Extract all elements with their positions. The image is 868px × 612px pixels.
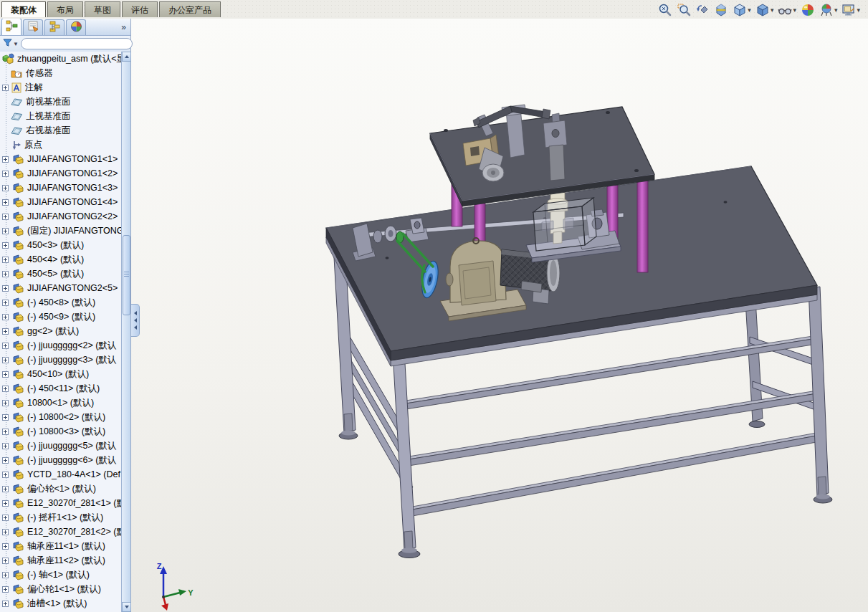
hide-show-items-button[interactable]: ▾ [777, 2, 797, 18]
dropdown-arrow-icon[interactable]: ▾ [834, 6, 838, 14]
command-tab-2[interactable]: 草图 [85, 1, 120, 17]
display-style-button[interactable]: ▾ [755, 2, 775, 18]
expand-icon[interactable] [2, 414, 9, 421]
tree-item-25[interactable]: (-) 10800<3> (默认) [0, 424, 122, 439]
tree-item-12[interactable]: 450<3> (默认) [0, 238, 122, 252]
expand-icon[interactable] [2, 500, 9, 507]
expand-icon[interactable] [2, 185, 9, 191]
tree-item-5[interactable]: 原点 [0, 138, 122, 152]
tree-item-9[interactable]: JIJIAFANGTONG1<4> [0, 195, 122, 209]
tree-item-17[interactable]: (-) 450<9> (默认) [0, 310, 122, 324]
expand-icon[interactable] [2, 601, 9, 607]
tree-item-33[interactable]: 轴承座11<1> (默认) [0, 539, 122, 553]
zoom-to-area-button[interactable] [676, 2, 692, 18]
expand-icon[interactable] [2, 486, 9, 492]
scrollbar-up-icon[interactable] [122, 52, 131, 62]
command-tab-1[interactable]: 布局 [47, 1, 83, 17]
tree-item-32[interactable]: E12_30270f_281<2> (默 [0, 525, 122, 539]
tree-item-24[interactable]: (-) 10800<2> (默认) [0, 410, 122, 424]
expand-icon[interactable] [2, 328, 9, 335]
expand-icon[interactable] [2, 529, 9, 535]
expand-icon[interactable] [2, 314, 9, 320]
tree-item-0[interactable]: 传感器 [0, 66, 122, 80]
panel-collapse-tab[interactable] [131, 304, 140, 337]
configurationmanager-tab[interactable] [44, 19, 65, 35]
tree-scrollbar[interactable] [121, 52, 130, 612]
expand-icon[interactable] [2, 300, 9, 306]
tree-item-20[interactable]: (-) jjuuggggg<3> (默认 [0, 353, 122, 367]
tree-item-1[interactable]: 注解 [0, 80, 122, 95]
expand-icon[interactable] [2, 257, 9, 263]
tree-item-7[interactable]: JIJIAFANGTONG1<2> [0, 166, 122, 181]
scrollbar-thumb[interactable] [123, 235, 130, 315]
expand-icon[interactable] [2, 400, 9, 406]
tree-item-30[interactable]: E12_30270f_281<1> (默 [0, 496, 122, 510]
filter-funnel-icon[interactable] [3, 37, 12, 50]
command-tab-4[interactable]: 办公室产品 [159, 1, 221, 17]
tree-item-18[interactable]: gg<2> (默认) [0, 324, 122, 338]
section-view-button[interactable] [713, 2, 729, 18]
tree-item-13[interactable]: 450<4> (默认) [0, 252, 122, 267]
tree-item-22[interactable]: (-) 450<11> (默认) [0, 381, 122, 396]
tree-item-31[interactable]: (-) 摇杆1<1> (默认) [0, 510, 122, 525]
tree-item-16[interactable]: (-) 450<8> (默认) [0, 295, 122, 310]
tabletop[interactable] [326, 166, 817, 366]
tree-item-11[interactable]: (固定) JIJIAFANGTONG [0, 224, 122, 238]
expand-icon[interactable] [2, 572, 9, 578]
tree-filter-input[interactable] [21, 38, 133, 49]
dropdown-arrow-icon[interactable]: ▾ [748, 6, 751, 14]
dropdown-arrow-icon[interactable]: ▾ [771, 6, 774, 14]
expand-icon[interactable] [2, 156, 9, 163]
dropdown-arrow-icon[interactable]: ▾ [857, 6, 860, 14]
tree-item-36[interactable]: 偏心轮1<1> (默认) [0, 582, 122, 596]
expand-icon[interactable] [2, 171, 9, 177]
tree-item-21[interactable]: 450<10> (默认) [0, 367, 122, 381]
expand-icon[interactable] [2, 472, 9, 478]
expand-icon[interactable] [2, 429, 9, 435]
expand-icon[interactable] [2, 285, 9, 292]
tree-item-26[interactable]: (-) jjuuggggg<5> (默认 [0, 439, 122, 453]
filter-dropdown-icon[interactable]: ▼ [13, 41, 19, 47]
expand-icon[interactable] [2, 85, 9, 91]
expand-icon[interactable] [2, 271, 9, 277]
expand-icon[interactable] [2, 343, 9, 349]
expand-icon[interactable] [2, 586, 9, 593]
edit-appearance-button[interactable] [800, 2, 816, 18]
expand-icon[interactable] [2, 371, 9, 378]
tree-item-23[interactable]: 10800<1> (默认) [0, 396, 122, 410]
tree-item-15[interactable]: JIJIAFANGTONG2<5> [0, 281, 122, 295]
command-tab-3[interactable]: 评估 [122, 1, 158, 17]
tree-item-28[interactable]: YCTD_180-4A<1> (Def [0, 467, 122, 482]
scrollbar-down-icon[interactable] [122, 602, 131, 612]
apply-scene-button[interactable]: ▾ [819, 2, 839, 18]
expand-icon[interactable] [2, 214, 9, 220]
expand-icon[interactable] [2, 386, 9, 392]
expand-icon[interactable] [2, 357, 9, 363]
expand-icon[interactable] [2, 457, 9, 464]
tree-item-27[interactable]: (-) jjuuggggg<6> (默认 [0, 453, 122, 467]
expand-icon[interactable] [2, 228, 9, 234]
command-tab-0[interactable]: 装配体 [1, 1, 46, 17]
featuremanager-tab[interactable] [1, 18, 22, 35]
dropdown-arrow-icon[interactable]: ▾ [793, 6, 796, 14]
view-orientation-button[interactable]: ▾ [732, 2, 752, 18]
tree-root[interactable]: zhuangpeitu_asm (默认<显 [0, 52, 122, 66]
tree-item-8[interactable]: JIJIAFANGTONG1<3> [0, 181, 122, 195]
zoom-to-fit-button[interactable] [657, 2, 673, 18]
expand-icon[interactable] [2, 199, 9, 206]
expand-icon[interactable] [2, 558, 9, 564]
tree-item-10[interactable]: JIJIAFANGTONG2<2> [0, 209, 122, 224]
expand-icon[interactable] [2, 242, 9, 249]
tree-item-35[interactable]: (-) 轴<1> (默认) [0, 568, 122, 582]
tree-item-2[interactable]: 前视基准面 [0, 95, 122, 109]
tree-item-37[interactable]: 油槽<1> (默认) [0, 596, 122, 611]
tree-item-3[interactable]: 上视基准面 [0, 109, 122, 123]
expand-icon[interactable] [2, 515, 9, 521]
tree-item-4[interactable]: 右视基准面 [0, 123, 122, 138]
tree-item-14[interactable]: 450<5> (默认) [0, 267, 122, 281]
tree-item-19[interactable]: (-) jjuuggggg<2> (默认 [0, 338, 122, 353]
view-settings-button[interactable]: ▾ [841, 2, 861, 18]
displaymanager-tab[interactable] [66, 19, 86, 35]
expand-icon[interactable] [2, 443, 9, 449]
tree-item-34[interactable]: 轴承座11<2> (默认) [0, 553, 122, 568]
